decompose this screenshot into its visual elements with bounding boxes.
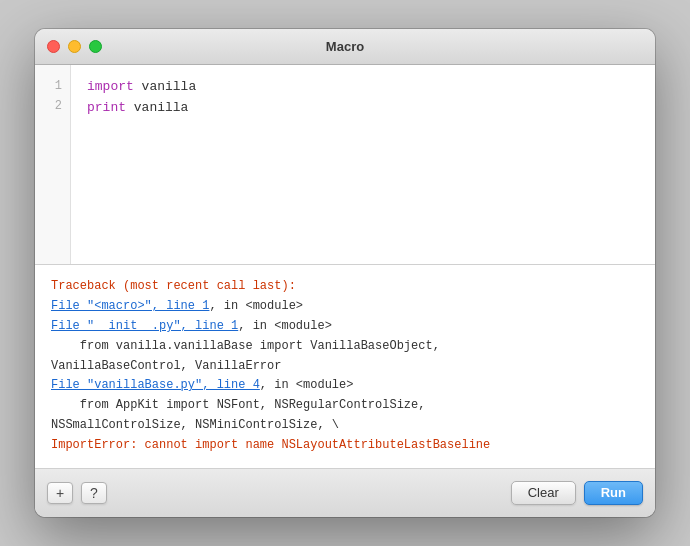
window-title: Macro <box>326 39 364 54</box>
clear-button[interactable]: Clear <box>511 481 576 505</box>
plus-icon: + <box>56 485 64 501</box>
main-window: Macro 1 2 import vanilla print vanilla T… <box>35 29 655 516</box>
help-button[interactable]: ? <box>81 482 107 504</box>
output-line-6: File "vanillaBase.py", line 4, in <modul… <box>51 376 639 396</box>
toolbar-left: + ? <box>47 482 503 504</box>
traceback-link-3[interactable]: File "vanillaBase.py", line 4 <box>51 378 260 392</box>
output-line-7: from AppKit import NSFont, NSRegularCont… <box>51 396 639 416</box>
keyword-import: import <box>87 79 134 94</box>
output-line-5: VanillaBaseControl, VanillaError <box>51 357 639 377</box>
keyword-print: print <box>87 100 126 115</box>
question-icon: ? <box>90 485 98 501</box>
code-line-2: print vanilla <box>87 98 639 119</box>
minimize-button[interactable] <box>68 40 81 53</box>
output-panel: Traceback (most recent call last): File … <box>35 265 655 468</box>
output-line-8: NSSmallControlSize, NSMiniControlSize, \ <box>51 416 639 436</box>
output-line-4: from vanilla.vanillaBase import VanillaB… <box>51 337 639 357</box>
traceback-link-2[interactable]: File "__init__.py", line 1 <box>51 319 238 333</box>
titlebar: Macro <box>35 29 655 65</box>
output-line-9: ImportError: cannot import name NSLayout… <box>51 436 639 456</box>
line-numbers: 1 2 <box>35 65 71 264</box>
toolbar-right: Clear Run <box>511 481 643 505</box>
run-button[interactable]: Run <box>584 481 643 505</box>
code-line-1: import vanilla <box>87 77 639 98</box>
output-line-1: Traceback (most recent call last): <box>51 277 639 297</box>
add-button[interactable]: + <box>47 482 73 504</box>
code-editor[interactable]: 1 2 import vanilla print vanilla <box>35 65 655 265</box>
output-line-2: File "<macro>", line 1, in <module> <box>51 297 639 317</box>
toolbar: + ? Clear Run <box>35 469 655 517</box>
code-text[interactable]: import vanilla print vanilla <box>71 65 655 264</box>
output-line-3: File "__init__.py", line 1, in <module> <box>51 317 639 337</box>
line-number-2: 2 <box>43 97 62 116</box>
traceback-link-1[interactable]: File "<macro>", line 1 <box>51 299 209 313</box>
maximize-button[interactable] <box>89 40 102 53</box>
traffic-lights <box>47 40 102 53</box>
line-number-1: 1 <box>43 77 62 96</box>
close-button[interactable] <box>47 40 60 53</box>
